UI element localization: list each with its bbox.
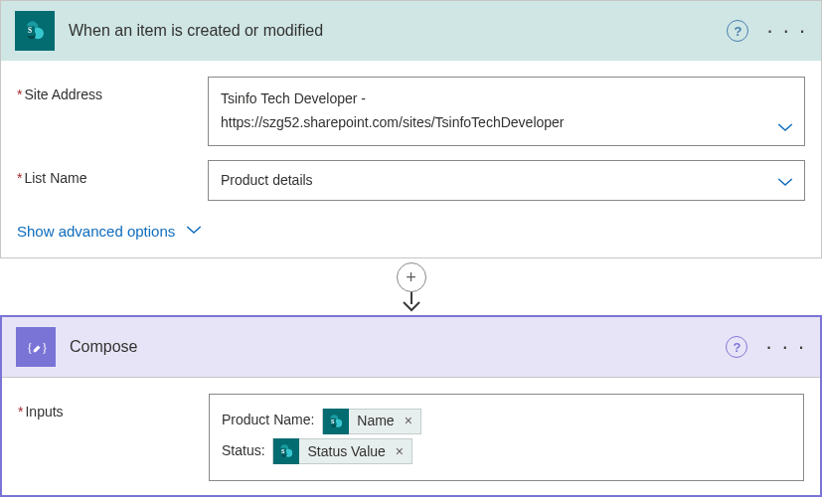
compose-header[interactable]: {} Compose ? · · · bbox=[2, 317, 820, 378]
sharepoint-icon: S bbox=[273, 438, 299, 464]
dynamic-token-name[interactable]: S Name × bbox=[322, 409, 421, 434]
dynamic-token-status-value[interactable]: S Status Value × bbox=[272, 438, 412, 464]
inputs-label: *Inputs bbox=[18, 394, 197, 420]
chevron-down-icon bbox=[776, 120, 794, 137]
compose-title: Compose bbox=[70, 338, 712, 356]
help-icon[interactable]: ? bbox=[726, 336, 747, 358]
trigger-card: S When an item is created or modified ? … bbox=[0, 0, 822, 258]
token-remove-button[interactable]: × bbox=[394, 436, 411, 467]
token-remove-button[interactable]: × bbox=[403, 406, 420, 436]
trigger-body: *Site Address Tsinfo Tech Developer - ht… bbox=[1, 61, 821, 257]
arrow-down-icon bbox=[399, 290, 424, 315]
inputs-text: Status: bbox=[222, 442, 265, 458]
trigger-header[interactable]: S When an item is created or modified ? … bbox=[1, 1, 821, 61]
help-icon[interactable]: ? bbox=[727, 20, 748, 42]
more-menu-button[interactable]: · · · bbox=[766, 26, 807, 36]
svg-text:}: } bbox=[42, 341, 48, 355]
site-address-row: *Site Address Tsinfo Tech Developer - ht… bbox=[17, 77, 805, 146]
svg-text:S: S bbox=[28, 26, 32, 35]
inputs-text: Product Name: bbox=[222, 412, 314, 427]
list-name-row: *List Name Product details bbox=[17, 160, 805, 202]
site-address-value: Tsinfo Tech Developer - https://szg52.sh… bbox=[221, 87, 565, 135]
chevron-down-icon bbox=[776, 175, 794, 192]
sharepoint-icon: S bbox=[323, 409, 349, 434]
compose-body: *Inputs Product Name: S Name × Status: S… bbox=[2, 378, 820, 495]
trigger-title: When an item is created or modified bbox=[69, 22, 713, 40]
sharepoint-icon: S bbox=[15, 11, 55, 51]
compose-card: {} Compose ? · · · *Inputs Product Name:… bbox=[0, 315, 822, 497]
chevron-down-icon bbox=[185, 223, 203, 240]
token-label: Status Value bbox=[299, 436, 393, 467]
token-label: Name bbox=[349, 406, 402, 436]
site-address-label: *Site Address bbox=[17, 77, 196, 102]
add-step-button[interactable]: + bbox=[397, 262, 426, 292]
inputs-line: Status: S Status Value × bbox=[222, 435, 791, 466]
compose-icon: {} bbox=[16, 327, 56, 367]
svg-text:{: { bbox=[27, 341, 33, 355]
list-name-value: Product details bbox=[221, 169, 313, 193]
show-advanced-options-link[interactable]: Show advanced options bbox=[17, 215, 203, 244]
inputs-line: Product Name: S Name × bbox=[222, 405, 791, 435]
inputs-row: *Inputs Product Name: S Name × Status: S… bbox=[18, 394, 804, 481]
add-step-connector: + bbox=[0, 258, 822, 315]
more-menu-button[interactable]: · · · bbox=[765, 342, 806, 352]
site-address-dropdown[interactable]: Tsinfo Tech Developer - https://szg52.sh… bbox=[208, 77, 805, 146]
list-name-dropdown[interactable]: Product details bbox=[208, 160, 805, 202]
inputs-field[interactable]: Product Name: S Name × Status: S Status … bbox=[209, 394, 804, 481]
list-name-label: *List Name bbox=[17, 160, 196, 186]
